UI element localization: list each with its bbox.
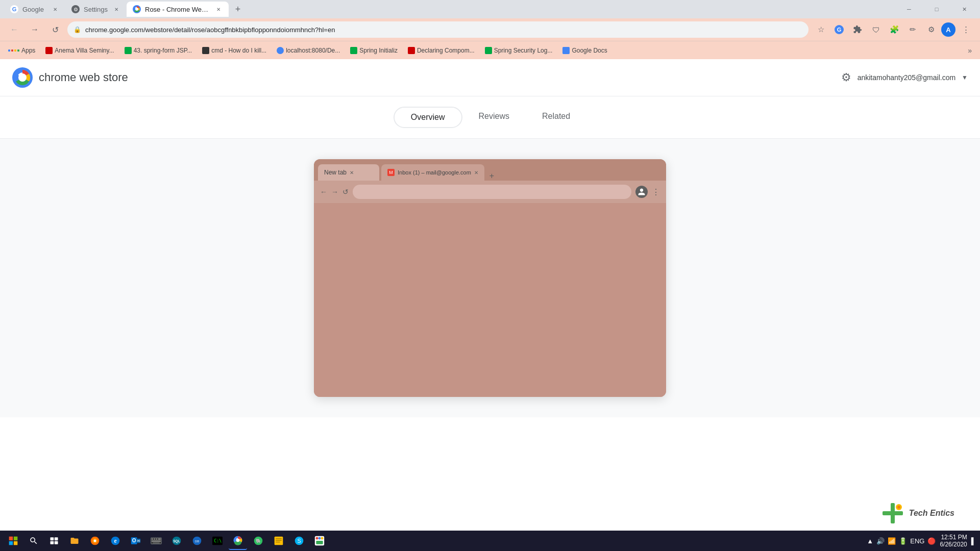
bookmark-google-docs[interactable]: Google Docs bbox=[558, 45, 611, 56]
minimize-button[interactable]: ─ bbox=[897, 1, 921, 17]
window-controls: ─ □ ✕ bbox=[897, 1, 976, 17]
bookmark-spring-form[interactable]: 43. spring-form JSP... bbox=[120, 45, 197, 56]
svg-text:DB: DB bbox=[195, 540, 199, 543]
taskbar-skype[interactable]: S bbox=[290, 532, 308, 550]
taskbar-network-icon[interactable]: 📶 bbox=[888, 537, 896, 545]
tab-rose-cws-label: Rose - Chrome Web Store bbox=[145, 6, 210, 13]
preview-tab-bar: New tab ✕ M Inbox (1) – mail@google.com … bbox=[314, 159, 666, 181]
start-button[interactable] bbox=[4, 532, 22, 550]
back-button[interactable]: ← bbox=[6, 21, 22, 38]
svg-rect-11 bbox=[14, 541, 18, 545]
shield-icon[interactable]: 🛡 bbox=[868, 21, 884, 38]
svg-text:🐘: 🐘 bbox=[256, 538, 261, 544]
pencil-icon[interactable]: ✏ bbox=[904, 21, 921, 38]
settings-icon[interactable]: ⚙ bbox=[923, 21, 939, 38]
preview-tab-new: New tab ✕ bbox=[318, 164, 379, 181]
taskbar-lang-icon[interactable]: ENG bbox=[910, 537, 924, 545]
taskbar-system-tray: ▲ 🔊 📶 🔋 ENG 🔴 12:51 PM 6/26/2020 ▌ bbox=[867, 534, 976, 548]
chrome-menu-icon[interactable]: ⋮ bbox=[958, 21, 974, 38]
taskbar-speaker-icon[interactable]: 🔊 bbox=[876, 537, 885, 545]
svg-rect-13 bbox=[55, 537, 58, 540]
svg-point-52 bbox=[318, 537, 321, 540]
tab-nav-overview[interactable]: Overview bbox=[394, 107, 462, 128]
taskbar-osk[interactable] bbox=[147, 532, 165, 550]
url-bar[interactable]: 🔒 chrome.google.com/webstore/detail/rose… bbox=[67, 21, 808, 38]
taskbar-chrome[interactable] bbox=[229, 532, 247, 550]
preview-tab-gmail-label: Inbox (1) – mail@google.com bbox=[398, 169, 471, 176]
taskbar: e O ✉ SQL DB bbox=[0, 531, 980, 551]
bookmark-cmd[interactable]: cmd - How do I kill... bbox=[198, 45, 271, 56]
taskbar-file-explorer[interactable] bbox=[65, 532, 84, 550]
watermark-text: Tech Entics bbox=[909, 509, 954, 518]
watermark: Tech Entics bbox=[880, 501, 954, 525]
bookmark-spring-sec[interactable]: Spring Security Log... bbox=[481, 45, 557, 56]
taskbar-evernote[interactable]: 🐘 bbox=[249, 532, 267, 550]
tab-rose-cws-close[interactable]: ✕ bbox=[214, 5, 223, 13]
extensions-puzzle-icon[interactable]: 🧩 bbox=[886, 21, 902, 38]
google-favicon: G bbox=[10, 5, 18, 13]
preview-back-icon: ← bbox=[320, 188, 327, 196]
star-icon[interactable]: ☆ bbox=[813, 21, 829, 38]
taskbar-notification-icon[interactable]: 🔴 bbox=[927, 537, 936, 545]
svg-rect-28 bbox=[154, 538, 155, 540]
close-button[interactable]: ✕ bbox=[952, 1, 976, 17]
svg-text:e: e bbox=[114, 538, 116, 544]
taskbar-outlook[interactable]: O ✉ bbox=[127, 532, 145, 550]
taskbar-terminal[interactable]: C:\ bbox=[208, 532, 227, 550]
taskbar-db[interactable]: DB bbox=[188, 532, 206, 550]
new-tab-button[interactable]: + bbox=[231, 2, 245, 16]
svg-rect-8 bbox=[9, 537, 13, 541]
toolbar-icons: ☆ G 🛡 🧩 ✏ ⚙ A ⋮ bbox=[813, 21, 974, 38]
tab-settings-close[interactable]: ✕ bbox=[112, 5, 120, 13]
main-content: chrome web store ⚙ ankitamohanty205@gmai… bbox=[0, 59, 980, 531]
preview-tab-new-label: New tab bbox=[324, 169, 347, 176]
bookmark-apps[interactable]: Apps bbox=[4, 45, 39, 56]
preview-tab-gmail-close: ✕ bbox=[474, 170, 478, 176]
address-bar: ← → ↺ 🔒 chrome.google.com/webstore/detai… bbox=[0, 18, 980, 41]
maximize-button[interactable]: □ bbox=[925, 1, 948, 17]
tab-google[interactable]: G Google ✕ bbox=[4, 2, 65, 17]
bookmark-spring-init[interactable]: Spring Initializ bbox=[346, 45, 402, 56]
svg-point-2 bbox=[135, 8, 138, 11]
preview-refresh-icon: ↺ bbox=[342, 188, 349, 196]
user-dropdown-arrow[interactable]: ▼ bbox=[962, 74, 968, 81]
taskbar-firefox[interactable] bbox=[86, 532, 104, 550]
taskbar-clock[interactable]: 12:51 PM 6/26/2020 bbox=[940, 534, 967, 548]
svg-rect-54 bbox=[316, 541, 323, 544]
tab-google-close[interactable]: ✕ bbox=[51, 5, 59, 13]
svg-point-7 bbox=[18, 73, 27, 82]
taskbar-ie[interactable]: e bbox=[106, 532, 125, 550]
cws-settings-icon[interactable]: ⚙ bbox=[841, 71, 851, 84]
taskbar-up-arrow[interactable]: ▲ bbox=[867, 537, 873, 545]
profile-avatar[interactable]: A bbox=[941, 22, 955, 37]
preview-area: New tab ✕ M Inbox (1) – mail@google.com … bbox=[0, 139, 980, 417]
tab-nav-reviews[interactable]: Reviews bbox=[462, 107, 526, 128]
taskbar-mysql[interactable]: SQL bbox=[167, 532, 186, 550]
cws-header-right: ⚙ ankitamohanty205@gmail.com ▼ bbox=[841, 71, 968, 84]
tab-nav-related[interactable]: Related bbox=[526, 107, 586, 128]
taskbar-task-view[interactable] bbox=[45, 532, 63, 550]
taskbar-paint[interactable] bbox=[310, 532, 329, 550]
taskbar-battery-icon[interactable]: 🔋 bbox=[899, 537, 907, 545]
bookmarks-more-button[interactable]: » bbox=[964, 44, 976, 57]
svg-rect-45 bbox=[276, 538, 282, 539]
bookmark-declaring[interactable]: Declaring Compom... bbox=[404, 45, 479, 56]
cws-logo-icon bbox=[12, 67, 33, 88]
taskbar-notes[interactable] bbox=[270, 532, 288, 550]
title-bar: G Google ✕ ⚙ Settings ✕ Rose - Chrome We… bbox=[0, 0, 980, 18]
extension-icon[interactable] bbox=[849, 21, 866, 38]
forward-button[interactable]: → bbox=[27, 21, 43, 38]
refresh-button[interactable]: ↺ bbox=[47, 21, 63, 38]
preview-profile-avatar bbox=[635, 186, 648, 198]
bookmark-localhost[interactable]: localhost:8080/De... bbox=[273, 45, 344, 56]
taskbar-search[interactable] bbox=[24, 532, 43, 550]
taskbar-show-desktop[interactable]: ▌ bbox=[971, 537, 976, 545]
g-icon[interactable]: G bbox=[831, 21, 847, 38]
tab-google-label: Google bbox=[22, 6, 47, 13]
taskbar-time-display: 12:51 PM bbox=[940, 534, 967, 541]
svg-point-41 bbox=[236, 539, 240, 542]
tab-rose-cws[interactable]: Rose - Chrome Web Store ✕ bbox=[127, 2, 229, 17]
bookmark-anema[interactable]: Anema Villa Seminy... bbox=[41, 45, 118, 56]
tab-settings[interactable]: ⚙ Settings ✕ bbox=[65, 2, 127, 17]
user-email[interactable]: ankitamohanty205@gmail.com bbox=[857, 73, 955, 82]
